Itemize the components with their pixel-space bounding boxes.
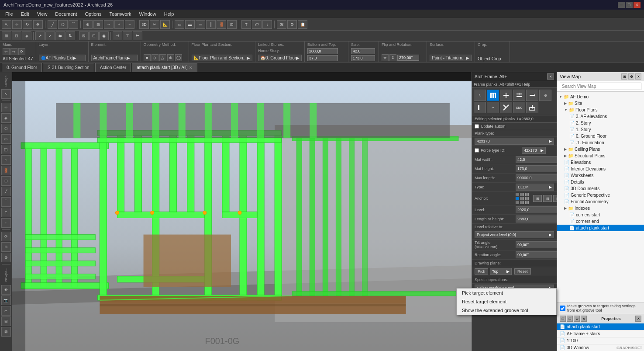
- tool-label[interactable]: 🏷: [252, 20, 262, 29]
- menu-window[interactable]: Window: [136, 10, 160, 17]
- tree-item-generic-persp[interactable]: 📄 Generic Perspective: [557, 192, 644, 198]
- tool-poly[interactable]: ⬡: [58, 20, 68, 29]
- flip-h-btn[interactable]: ⇔: [382, 54, 389, 61]
- vmp-btn2[interactable]: ⚙: [628, 73, 634, 80]
- surface-dropdown[interactable]: Paint - Titanium... ▶: [430, 55, 472, 61]
- menu-teamwork[interactable]: Teamwork: [106, 10, 134, 17]
- reset-btn[interactable]: Reset: [514, 268, 531, 275]
- tree-item-corners-start[interactable]: 📄 corners start: [557, 212, 644, 218]
- lt-tool10[interactable]: ⌒: [1, 197, 11, 207]
- force-type-checkbox[interactable]: [475, 148, 479, 153]
- tree-item-floor-plans[interactable]: ▼ 📁 Floor Plans: [557, 107, 644, 113]
- menu-document[interactable]: Document: [52, 10, 80, 17]
- lt-tool6[interactable]: ⌂: [1, 155, 11, 165]
- anchor-dot-6[interactable]: [525, 197, 529, 200]
- tool-grid[interactable]: ⊞: [93, 20, 103, 29]
- lt-tool12[interactable]: ↕: [1, 218, 11, 228]
- lt-tool13[interactable]: ⟳: [1, 232, 11, 241]
- align-btn3[interactable]: ⊢: [133, 31, 142, 40]
- tool-line[interactable]: ╱: [48, 20, 57, 29]
- tab-ground-floor[interactable]: 0. Ground Floor: [2, 63, 42, 72]
- anchor-dot-9[interactable]: [525, 201, 529, 204]
- tree-item-worksheets[interactable]: 📄 Worksheets: [557, 172, 644, 179]
- lt-viewpt3[interactable]: ✂: [1, 306, 11, 316]
- tree-item-site[interactable]: ▶ 📁 Site: [557, 100, 644, 107]
- tree-item-afdemo[interactable]: ▼ 📁 AF Demo: [557, 94, 644, 100]
- type-dropdown[interactable]: ELEM ▶: [516, 184, 554, 191]
- tool-arrow[interactable]: ↖: [2, 20, 11, 29]
- lt-tool9[interactable]: ╱: [1, 187, 11, 196]
- af-settings-btn2[interactable]: ⚙: [539, 90, 551, 101]
- search-input[interactable]: [560, 83, 641, 90]
- af-close-btn[interactable]: ✕: [547, 73, 554, 80]
- tree-item-2story[interactable]: 📄 2. Story: [557, 120, 644, 126]
- view-btn1[interactable]: ⊞: [2, 31, 11, 40]
- plank-type-dropdown[interactable]: 42x173 ▶: [475, 138, 554, 145]
- geo-btn5[interactable]: ◯: [175, 54, 182, 61]
- view-btn6[interactable]: ⇆: [55, 31, 65, 40]
- maximize-btn[interactable]: □: [626, 2, 633, 8]
- tool-extra3[interactable]: 📋: [298, 20, 307, 29]
- tool-slab[interactable]: ▬: [185, 20, 195, 29]
- bottom-input[interactable]: [307, 48, 338, 54]
- menu-help[interactable]: Help: [161, 10, 178, 17]
- tree-item-3ddocs[interactable]: 📄 3D Documents: [557, 185, 644, 192]
- af-split-btn[interactable]: [513, 90, 525, 101]
- lt-tool11[interactable]: T: [1, 208, 11, 217]
- lt-viewpt2[interactable]: 📷: [1, 295, 11, 305]
- view-btn7[interactable]: ⇅: [65, 31, 75, 40]
- tool-move[interactable]: ✥: [33, 20, 43, 29]
- af-export-btn[interactable]: [526, 102, 538, 113]
- tool-snap[interactable]: ⊕: [83, 20, 93, 29]
- af-extend-btn[interactable]: [526, 90, 538, 101]
- close-btn[interactable]: ✕: [634, 2, 641, 8]
- tool-column[interactable]: ║: [206, 20, 216, 29]
- lt-tool14[interactable]: ⊕: [1, 242, 11, 252]
- af-cursor-btn[interactable]: ↖: [474, 90, 486, 101]
- force-type-dropdown[interactable]: 42x173 ▶: [522, 147, 546, 154]
- size-input1[interactable]: [351, 48, 375, 54]
- tool-text[interactable]: T: [241, 20, 251, 29]
- lt-tool15[interactable]: ⊗: [1, 253, 11, 262]
- level-relative-dropdown[interactable]: Project zero level (0,0) ▶: [475, 231, 554, 238]
- tab-close-icon[interactable]: ✕: [189, 66, 193, 70]
- tool-zoom-in[interactable]: +: [114, 20, 124, 29]
- tree-item-af-elev[interactable]: 📄 3. AF elevations: [557, 113, 644, 120]
- pick-btn[interactable]: Pick: [475, 268, 488, 275]
- anchor-dot-3[interactable]: [525, 193, 529, 196]
- geo-btn4[interactable]: ⊕: [167, 54, 174, 61]
- lt-tool1[interactable]: ⊹: [1, 103, 11, 112]
- dropdown-pick-target[interactable]: Pick target element: [457, 288, 556, 297]
- tree-item-corners-end[interactable]: 📄 corners end: [557, 218, 644, 225]
- tool-beam[interactable]: ═: [196, 20, 205, 29]
- tool-measure[interactable]: ↔: [104, 20, 114, 29]
- align-btn2[interactable]: ⊤: [123, 31, 132, 40]
- tree-item-1story[interactable]: 📄 1. Story: [557, 126, 644, 133]
- view-btn9[interactable]: ⊡: [89, 31, 99, 40]
- lt-tool7[interactable]: 🚪: [1, 166, 11, 175]
- redo-btn[interactable]: ↪: [10, 48, 17, 55]
- floorplan-dropdown[interactable]: 📐 Floor Plan and Section... ▶: [192, 55, 253, 61]
- vmp-close-btn[interactable]: ✕: [635, 73, 641, 80]
- tool-dim[interactable]: ↕: [262, 20, 272, 29]
- tree-item-frontal-axon[interactable]: 📄 Frontal Axonometry: [557, 198, 644, 205]
- tree-item-attach-plank[interactable]: 📄 attach plank start: [557, 225, 644, 231]
- tree-item-details[interactable]: 📄 Details: [557, 179, 644, 185]
- af-cut-btn[interactable]: ✂: [487, 102, 499, 113]
- props-icon1[interactable]: ⊞: [560, 316, 566, 322]
- geo-btn3[interactable]: △: [159, 54, 166, 61]
- geo-btn1[interactable]: ■: [144, 54, 151, 61]
- lt-tool2[interactable]: ◈: [1, 113, 11, 123]
- undo-btn[interactable]: ↩: [3, 48, 10, 55]
- flip-v-btn[interactable]: ⇕: [389, 54, 396, 61]
- tree-item-elevations[interactable]: 📄 Elevations: [557, 159, 644, 166]
- tool-3d[interactable]: 3D: [139, 20, 149, 29]
- tool-wall[interactable]: ▭: [175, 20, 184, 29]
- undo2-btn[interactable]: ⟳: [18, 48, 25, 55]
- lt-tool8[interactable]: ⊡: [1, 176, 11, 186]
- af-single-btn[interactable]: [474, 102, 486, 113]
- tab-building-section[interactable]: S-31 Building Section: [43, 63, 94, 72]
- align-btn1[interactable]: ⊣: [113, 31, 122, 40]
- dropdown-show-groove[interactable]: Show the extended groove tool: [457, 306, 556, 315]
- view-btn4[interactable]: ↗: [35, 31, 45, 40]
